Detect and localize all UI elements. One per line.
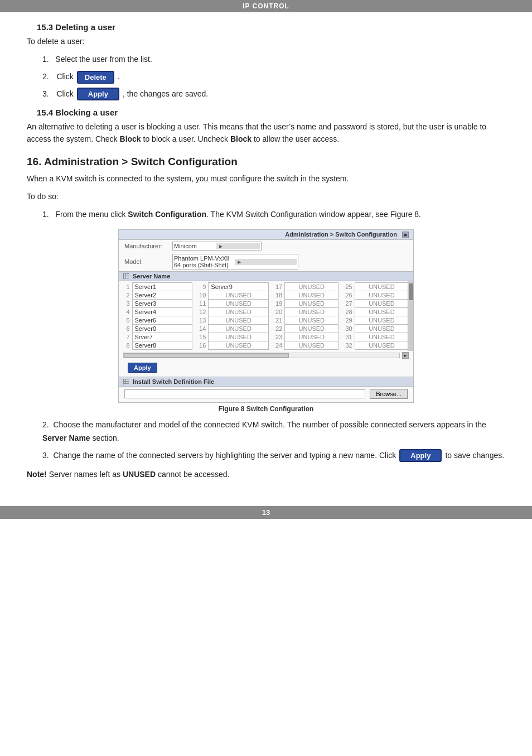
grid-icon-2 [123, 379, 129, 384]
section-15-3-steps: 1. Select the user from the list. 2. Cli… [27, 53, 505, 100]
section-15-4-heading: 15.4 Blocking a user [27, 108, 505, 117]
figure-8: Administration > Switch Configuration ■ … [118, 229, 414, 403]
table-row: 2 Server2 10 UNUSED 18 UNUSED 26 UNUSED [123, 291, 409, 300]
vertical-scrollbar[interactable] [408, 281, 413, 351]
model-select[interactable]: Phantom LPM-VxXII 64 ports (Shift-Shift)… [172, 254, 298, 269]
main-content: 15.3 Deleting a user To delete a user: 1… [0, 12, 532, 496]
browse-input[interactable] [124, 389, 365, 398]
manufacturer-select[interactable]: Minicom ► [172, 242, 262, 251]
figure-apply-row: Apply [119, 359, 413, 377]
step-16-1: 1. From the menu click Switch Configurat… [42, 208, 505, 221]
section-15-3-intro: To delete a user: [27, 35, 505, 47]
model-dropdown-arrow[interactable]: ► [235, 259, 297, 265]
table-row: 8 Server8 16 UNUSED 24 UNUSED 32 UNUSED [123, 341, 409, 350]
section-16-steps-2-3: 2. Choose the manufacturer and model of … [27, 418, 505, 462]
server-name-section-bar: Server Name [119, 271, 413, 281]
section-16-todo: To do so: [27, 190, 505, 203]
section-16-intro: When a KVM switch is connected to the sy… [27, 172, 505, 185]
top-bar: IP CONTROL [0, 0, 532, 12]
table-row: 1 Server1 9 Server9 17 UNUSED 25 UNUSED [123, 283, 409, 291]
figure-manufacturer-row: Manufacturer: Minicom ► [119, 240, 413, 252]
server-name-table: 1 Server1 9 Server9 17 UNUSED 25 UNUSED … [123, 282, 409, 350]
browse-button[interactable]: Browse... [370, 389, 408, 399]
section-16-note: Note! Server names left as UNUSED cannot… [27, 468, 505, 480]
step-16-2: 2. Choose the manufacturer and model of … [42, 418, 505, 445]
section-16-heading: 16. Administration > Switch Configuratio… [27, 156, 505, 168]
page-number: 13 [262, 508, 270, 517]
figure-browse-row: Browse... [119, 387, 413, 402]
top-bar-title: IP CONTROL [243, 2, 289, 10]
section-15-4-body: An alternative to deleting a user is blo… [27, 121, 505, 146]
horizontal-scrollbar[interactable] [123, 353, 400, 358]
figure-model-row: Model: Phantom LPM-VxXII 64 ports (Shift… [119, 252, 413, 271]
install-switch-section-bar: Install Switch Definition File [119, 377, 413, 387]
step-15-3-1: 1. Select the user from the list. [42, 53, 505, 66]
step-15-3-2: 2. Click Delete . [42, 70, 505, 84]
apply-button-16-3[interactable]: Apply [399, 449, 442, 462]
table-row: 4 Server4 12 UNUSED 20 UNUSED 28 UNUSED [123, 308, 409, 316]
figure-topbar: Administration > Switch Configuration ■ [119, 230, 413, 240]
figure-caption: Figure 8 Switch Configuration [27, 405, 505, 413]
apply-button-figure[interactable]: Apply [128, 363, 157, 373]
manufacturer-dropdown-arrow[interactable]: ► [216, 243, 260, 249]
model-label: Model: [124, 258, 169, 265]
table-row: 6 Server0 14 UNUSED 22 UNUSED 30 UNUSED [123, 325, 409, 333]
delete-button[interactable]: Delete [77, 71, 114, 84]
section-16-steps: 1. From the menu click Switch Configurat… [27, 208, 505, 221]
apply-button-15-3[interactable]: Apply [77, 88, 119, 100]
scroll-right-arrow[interactable]: ► [402, 352, 409, 359]
footer-page-bar: 13 [0, 506, 532, 519]
table-row: 7 Srver7 15 UNUSED 23 UNUSED 31 UNUSED [123, 333, 409, 341]
section-15-3-heading: 15.3 Deleting a user [27, 22, 505, 32]
scrollbar-handle[interactable] [409, 283, 413, 300]
table-row: 3 Server3 11 UNUSED 19 UNUSED 27 UNUSED [123, 300, 409, 308]
horizontal-scroll-area: ► [119, 351, 413, 359]
step-16-3: 3. Change the name of the connected serv… [42, 449, 505, 463]
grid-icon [123, 273, 129, 279]
step-15-3-3: 3. Click Apply , the changes are saved. [42, 88, 505, 101]
manufacturer-label: Manufacturer: [124, 243, 169, 249]
table-row: 5 Server6 13 UNUSED 21 UNUSED 29 UNUSED [123, 316, 409, 325]
